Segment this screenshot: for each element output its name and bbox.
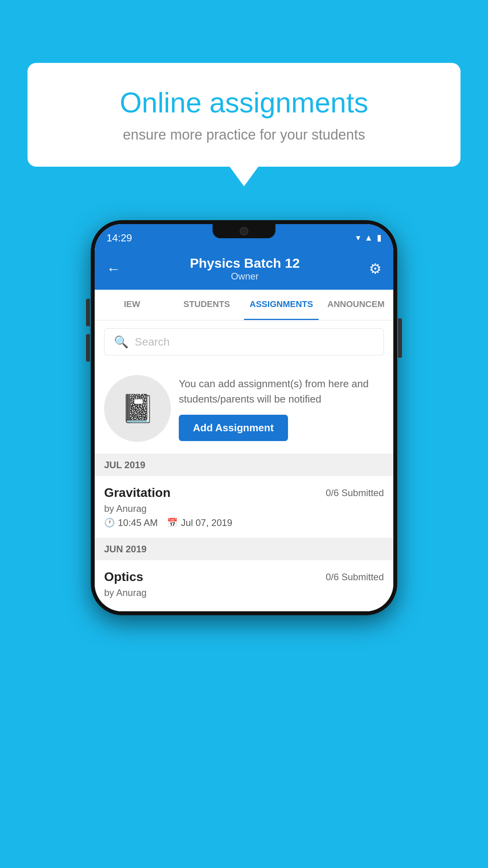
section-header-jul: JUL 2019 (95, 454, 393, 476)
date-value-gravitation: Jul 07, 2019 (181, 517, 232, 528)
assignment-date-gravitation: 📅 Jul 07, 2019 (167, 517, 232, 528)
speech-bubble-container: Online assignments ensure more practice … (28, 63, 460, 167)
back-button[interactable]: ← (106, 261, 121, 277)
assignment-submitted-optics: 0/6 Submitted (326, 572, 384, 583)
assignment-name-gravitation: Gravitation (104, 485, 171, 500)
promo-description: You can add assignment(s) from here and … (179, 376, 384, 407)
search-bar[interactable]: 🔍 Search (104, 328, 384, 355)
phone-screen: 14:29 ▾ ▲ ▮ ← Physics Batch 12 Owner ⚙ I… (95, 224, 393, 611)
tab-announcements[interactable]: ANNOUNCEM (319, 290, 393, 320)
time-value-gravitation: 10:45 AM (118, 517, 158, 528)
phone-frame: 14:29 ▾ ▲ ▮ ← Physics Batch 12 Owner ⚙ I… (91, 220, 397, 615)
settings-button[interactable]: ⚙ (369, 261, 382, 277)
assignment-submitted-gravitation: 0/6 Submitted (326, 487, 384, 498)
speech-bubble-title: Online assignments (55, 86, 433, 119)
header-subtitle: Owner (121, 271, 369, 282)
phone-vol-down-button[interactable] (86, 334, 90, 362)
header-title: Physics Batch 12 (121, 256, 369, 271)
speech-bubble-subtitle: ensure more practice for your students (55, 127, 433, 143)
signal-icon: ▲ (364, 233, 373, 243)
add-assignment-button[interactable]: Add Assignment (179, 415, 288, 441)
header-center: Physics Batch 12 Owner (121, 256, 369, 282)
app-header: ← Physics Batch 12 Owner ⚙ (95, 248, 393, 290)
search-container: 🔍 Search (95, 320, 393, 363)
status-icons: ▾ ▲ ▮ (356, 233, 382, 243)
assignment-author-optics: by Anurag (104, 587, 384, 598)
speech-bubble: Online assignments ensure more practice … (28, 63, 460, 167)
phone-vol-up-button[interactable] (86, 299, 90, 326)
assignment-author-gravitation: by Anurag (104, 503, 384, 514)
assignment-meta-gravitation: 🕐 10:45 AM 📅 Jul 07, 2019 (104, 517, 384, 528)
promo-section: 📓 You can add assignment(s) from here an… (95, 363, 393, 454)
tab-students[interactable]: STUDENTS (169, 290, 244, 320)
phone-power-button[interactable] (398, 318, 402, 358)
phone-camera (240, 227, 248, 235)
battery-icon: ▮ (377, 233, 382, 243)
phone-container: 14:29 ▾ ▲ ▮ ← Physics Batch 12 Owner ⚙ I… (91, 220, 397, 615)
section-header-jun: JUN 2019 (95, 538, 393, 560)
phone-notch (213, 224, 275, 238)
assignment-time-gravitation: 🕐 10:45 AM (104, 517, 158, 528)
assignment-row1: Gravitation 0/6 Submitted (104, 485, 384, 500)
search-placeholder: Search (135, 336, 170, 348)
clock-icon: 🕐 (104, 518, 115, 528)
status-time: 14:29 (106, 232, 132, 244)
promo-content: You can add assignment(s) from here and … (179, 376, 384, 441)
search-icon: 🔍 (114, 335, 128, 349)
tab-iew[interactable]: IEW (95, 290, 169, 320)
assignment-name-optics: Optics (104, 570, 143, 584)
assignment-row1-optics: Optics 0/6 Submitted (104, 570, 384, 584)
assignment-icon: 📓 (121, 392, 155, 425)
assignment-item-optics[interactable]: Optics 0/6 Submitted by Anurag (95, 560, 393, 611)
promo-icon-circle: 📓 (104, 375, 171, 442)
wifi-icon: ▾ (356, 233, 360, 243)
tab-assignments[interactable]: ASSIGNMENTS (244, 290, 319, 320)
assignment-item-gravitation[interactable]: Gravitation 0/6 Submitted by Anurag 🕐 10… (95, 476, 393, 538)
calendar-icon: 📅 (167, 518, 178, 528)
tabs-container: IEW STUDENTS ASSIGNMENTS ANNOUNCEM (95, 290, 393, 320)
